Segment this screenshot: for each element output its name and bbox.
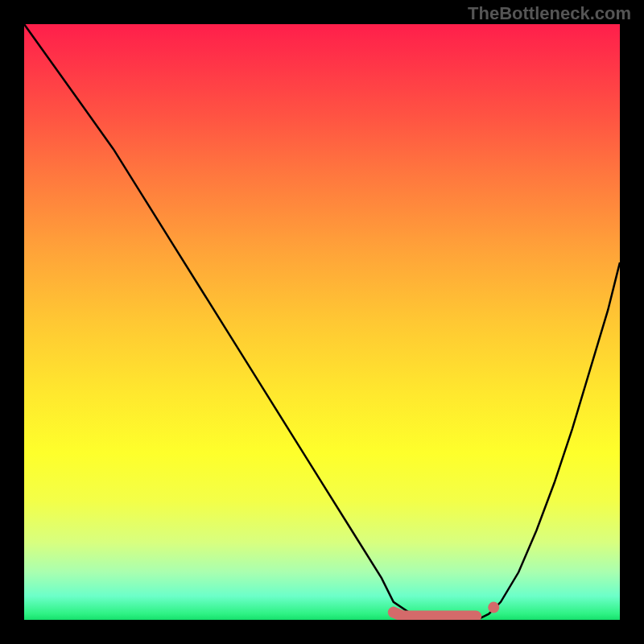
chart-container: TheBottleneck.com (0, 0, 644, 644)
watermark-text: TheBottleneck.com (468, 3, 631, 24)
flat-region-end-dot (488, 602, 499, 613)
flat-region-marker (394, 613, 476, 617)
chart-overlay (24, 24, 620, 620)
bottleneck-curve-path (24, 24, 620, 620)
